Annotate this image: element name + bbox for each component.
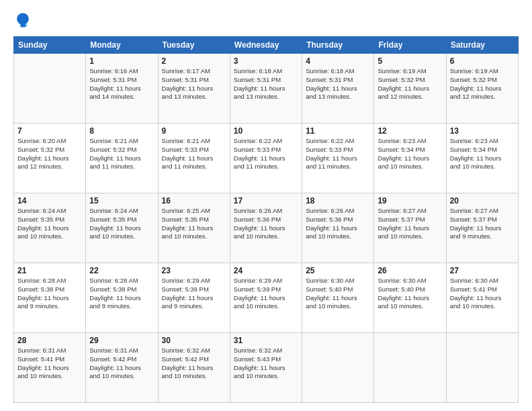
day-number: 9 — [162, 126, 226, 136]
day-number: 24 — [234, 266, 298, 275]
day-info: Sunrise: 6:31 AM Sunset: 5:41 PM Dayligh… — [17, 347, 82, 381]
day-info: Sunrise: 6:32 AM Sunset: 5:42 PM Dayligh… — [162, 347, 226, 381]
day-number: 12 — [378, 126, 442, 136]
day-info: Sunrise: 6:17 AM Sunset: 5:31 PM Dayligh… — [162, 67, 226, 101]
calendar-cell: 2Sunrise: 6:17 AM Sunset: 5:31 PM Daylig… — [158, 54, 230, 124]
day-number: 17 — [234, 196, 298, 205]
calendar-cell: 28Sunrise: 6:31 AM Sunset: 5:41 PM Dayli… — [14, 333, 86, 403]
day-info: Sunrise: 6:30 AM Sunset: 5:40 PM Dayligh… — [378, 277, 442, 311]
day-number: 27 — [450, 266, 515, 275]
day-number: 23 — [162, 266, 226, 275]
calendar-table: SundayMondayTuesdayWednesdayThursdayFrid… — [13, 36, 519, 403]
day-info: Sunrise: 6:22 AM Sunset: 5:33 PM Dayligh… — [306, 137, 370, 171]
day-info: Sunrise: 6:24 AM Sunset: 5:35 PM Dayligh… — [89, 207, 154, 241]
day-info: Sunrise: 6:23 AM Sunset: 5:34 PM Dayligh… — [378, 137, 442, 171]
day-number: 1 — [89, 56, 154, 66]
calendar-cell: 7Sunrise: 6:20 AM Sunset: 5:32 PM Daylig… — [14, 124, 86, 193]
weekday-header-sunday: Sunday — [14, 37, 86, 54]
calendar-cell: 30Sunrise: 6:32 AM Sunset: 5:42 PM Dayli… — [158, 333, 230, 403]
day-number: 7 — [17, 126, 82, 136]
weekday-header-friday: Friday — [374, 37, 446, 54]
calendar-cell: 19Sunrise: 6:27 AM Sunset: 5:37 PM Dayli… — [374, 193, 446, 263]
day-number: 6 — [450, 56, 515, 66]
day-info: Sunrise: 6:21 AM Sunset: 5:32 PM Dayligh… — [89, 137, 154, 171]
calendar-cell: 16Sunrise: 6:25 AM Sunset: 5:35 PM Dayli… — [158, 193, 230, 263]
calendar-cell: 22Sunrise: 6:28 AM Sunset: 5:38 PM Dayli… — [86, 263, 158, 333]
day-number: 15 — [89, 196, 154, 205]
day-info: Sunrise: 6:18 AM Sunset: 5:31 PM Dayligh… — [234, 67, 298, 101]
day-info: Sunrise: 6:25 AM Sunset: 5:35 PM Dayligh… — [162, 207, 226, 241]
calendar-cell: 8Sunrise: 6:21 AM Sunset: 5:32 PM Daylig… — [86, 124, 158, 193]
calendar-cell: 10Sunrise: 6:22 AM Sunset: 5:33 PM Dayli… — [230, 124, 302, 193]
calendar-cell: 13Sunrise: 6:23 AM Sunset: 5:34 PM Dayli… — [446, 124, 518, 193]
calendar-cell: 6Sunrise: 6:19 AM Sunset: 5:32 PM Daylig… — [446, 54, 518, 124]
day-number: 20 — [450, 196, 515, 205]
day-number: 29 — [89, 336, 154, 345]
day-number: 16 — [162, 196, 226, 205]
calendar-cell — [374, 333, 446, 403]
logo — [13, 11, 35, 30]
calendar-cell: 9Sunrise: 6:21 AM Sunset: 5:33 PM Daylig… — [158, 124, 230, 193]
day-info: Sunrise: 6:29 AM Sunset: 5:39 PM Dayligh… — [234, 277, 298, 311]
weekday-header-thursday: Thursday — [302, 37, 374, 54]
calendar-cell: 3Sunrise: 6:18 AM Sunset: 5:31 PM Daylig… — [230, 54, 302, 124]
calendar-week-4: 21Sunrise: 6:28 AM Sunset: 5:38 PM Dayli… — [14, 263, 519, 333]
day-info: Sunrise: 6:26 AM Sunset: 5:36 PM Dayligh… — [234, 207, 298, 241]
day-info: Sunrise: 6:16 AM Sunset: 5:31 PM Dayligh… — [89, 67, 154, 101]
calendar-cell: 11Sunrise: 6:22 AM Sunset: 5:33 PM Dayli… — [302, 124, 374, 193]
day-info: Sunrise: 6:19 AM Sunset: 5:32 PM Dayligh… — [450, 67, 515, 101]
calendar-cell: 14Sunrise: 6:24 AM Sunset: 5:35 PM Dayli… — [14, 193, 86, 263]
day-number: 10 — [234, 126, 298, 136]
day-info: Sunrise: 6:28 AM Sunset: 5:38 PM Dayligh… — [89, 277, 154, 311]
day-number: 26 — [378, 266, 442, 275]
calendar-cell: 24Sunrise: 6:29 AM Sunset: 5:39 PM Dayli… — [230, 263, 302, 333]
day-number: 28 — [17, 336, 82, 345]
calendar-cell: 1Sunrise: 6:16 AM Sunset: 5:31 PM Daylig… — [86, 54, 158, 124]
day-number: 21 — [17, 266, 82, 275]
calendar-cell — [302, 333, 374, 403]
page: SundayMondayTuesdayWednesdayThursdayFrid… — [0, 0, 532, 411]
weekday-header-row: SundayMondayTuesdayWednesdayThursdayFrid… — [14, 37, 519, 54]
day-number: 31 — [234, 336, 298, 345]
calendar-cell: 31Sunrise: 6:32 AM Sunset: 5:43 PM Dayli… — [230, 333, 302, 403]
day-info: Sunrise: 6:22 AM Sunset: 5:33 PM Dayligh… — [234, 137, 298, 171]
day-number: 8 — [89, 126, 154, 136]
calendar-cell: 17Sunrise: 6:26 AM Sunset: 5:36 PM Dayli… — [230, 193, 302, 263]
calendar-cell: 25Sunrise: 6:30 AM Sunset: 5:40 PM Dayli… — [302, 263, 374, 333]
calendar-cell: 23Sunrise: 6:29 AM Sunset: 5:39 PM Dayli… — [158, 263, 230, 333]
day-number: 30 — [162, 336, 226, 345]
day-number: 14 — [17, 196, 82, 205]
calendar-cell: 15Sunrise: 6:24 AM Sunset: 5:35 PM Dayli… — [86, 193, 158, 263]
day-number: 2 — [162, 56, 226, 66]
day-info: Sunrise: 6:26 AM Sunset: 5:36 PM Dayligh… — [306, 207, 370, 241]
logo-icon — [13, 11, 32, 30]
day-number: 22 — [89, 266, 154, 275]
day-info: Sunrise: 6:29 AM Sunset: 5:39 PM Dayligh… — [162, 277, 226, 311]
day-info: Sunrise: 6:27 AM Sunset: 5:37 PM Dayligh… — [378, 207, 442, 241]
calendar-week-3: 14Sunrise: 6:24 AM Sunset: 5:35 PM Dayli… — [14, 193, 519, 263]
calendar-week-5: 28Sunrise: 6:31 AM Sunset: 5:41 PM Dayli… — [14, 333, 519, 403]
day-number: 4 — [306, 56, 370, 66]
weekday-header-saturday: Saturday — [446, 37, 518, 54]
calendar-cell: 20Sunrise: 6:27 AM Sunset: 5:37 PM Dayli… — [446, 193, 518, 263]
calendar-week-1: 1Sunrise: 6:16 AM Sunset: 5:31 PM Daylig… — [14, 54, 519, 124]
day-info: Sunrise: 6:32 AM Sunset: 5:43 PM Dayligh… — [234, 347, 298, 381]
day-number: 13 — [450, 126, 515, 136]
day-number: 5 — [378, 56, 442, 66]
calendar-cell: 12Sunrise: 6:23 AM Sunset: 5:34 PM Dayli… — [374, 124, 446, 193]
day-info: Sunrise: 6:20 AM Sunset: 5:32 PM Dayligh… — [17, 137, 82, 171]
calendar-cell: 26Sunrise: 6:30 AM Sunset: 5:40 PM Dayli… — [374, 263, 446, 333]
day-info: Sunrise: 6:30 AM Sunset: 5:40 PM Dayligh… — [306, 277, 370, 311]
weekday-header-monday: Monday — [86, 37, 158, 54]
day-info: Sunrise: 6:24 AM Sunset: 5:35 PM Dayligh… — [17, 207, 82, 241]
calendar-cell: 21Sunrise: 6:28 AM Sunset: 5:38 PM Dayli… — [14, 263, 86, 333]
header — [13, 11, 519, 30]
calendar-week-2: 7Sunrise: 6:20 AM Sunset: 5:32 PM Daylig… — [14, 124, 519, 193]
day-number: 19 — [378, 196, 442, 205]
day-info: Sunrise: 6:28 AM Sunset: 5:38 PM Dayligh… — [17, 277, 82, 311]
calendar-cell — [14, 54, 86, 124]
calendar-cell: 5Sunrise: 6:19 AM Sunset: 5:32 PM Daylig… — [374, 54, 446, 124]
day-number: 18 — [306, 196, 370, 205]
weekday-header-tuesday: Tuesday — [158, 37, 230, 54]
calendar-cell — [446, 333, 518, 403]
